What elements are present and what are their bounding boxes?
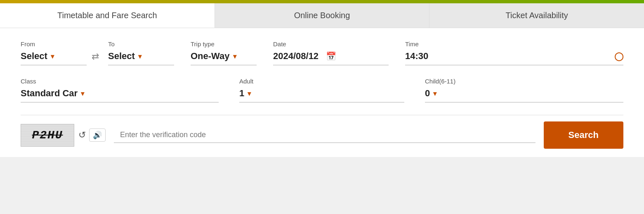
tab-availability[interactable]: Ticket Availability bbox=[429, 3, 644, 28]
search-button[interactable]: Search bbox=[544, 121, 623, 149]
time-label: Time bbox=[405, 40, 623, 48]
class-value: Standard Car bbox=[21, 88, 78, 99]
time-value: 14:30 bbox=[405, 51, 428, 62]
trip-value: One-Way bbox=[191, 51, 230, 62]
date-label: Date bbox=[273, 40, 389, 48]
child-label: Child(6-11) bbox=[425, 78, 623, 85]
calendar-icon[interactable]: 📅 bbox=[326, 51, 336, 61]
from-field: From Select ▾ bbox=[21, 40, 87, 65]
date-input[interactable]: 2024/08/12 📅 bbox=[273, 51, 389, 65]
to-value: Select bbox=[108, 51, 135, 62]
from-dropdown[interactable]: Select ▾ bbox=[21, 51, 87, 65]
time-field: Time 14:30 ◯ bbox=[405, 40, 623, 65]
trip-chevron-icon[interactable]: ▾ bbox=[233, 52, 236, 60]
search-form: From Select ▾ ⇄ To Select ▾ Trip type On… bbox=[0, 28, 644, 157]
date-value: 2024/08/12 bbox=[273, 51, 318, 62]
captcha-refresh-icon[interactable]: ↺ bbox=[78, 130, 86, 140]
child-chevron-icon[interactable]: ▾ bbox=[433, 90, 436, 97]
class-field: Class Standard Car ▾ bbox=[21, 78, 219, 102]
adult-label: Adult bbox=[239, 78, 404, 85]
class-dropdown[interactable]: Standard Car ▾ bbox=[21, 88, 219, 102]
trip-label: Trip type bbox=[191, 40, 257, 48]
tab-bar: Timetable and Fare Search Online Booking… bbox=[0, 3, 644, 28]
to-chevron-icon[interactable]: ▾ bbox=[138, 52, 142, 60]
to-dropdown[interactable]: Select ▾ bbox=[108, 51, 174, 65]
adult-chevron-icon[interactable]: ▾ bbox=[248, 90, 251, 97]
date-field: Date 2024/08/12 📅 bbox=[273, 40, 389, 65]
captcha-image: P2HU bbox=[21, 124, 74, 147]
from-chevron-icon[interactable]: ▾ bbox=[51, 52, 54, 60]
time-input[interactable]: 14:30 ◯ bbox=[405, 51, 623, 65]
from-value: Select bbox=[21, 51, 47, 62]
row-class-passengers: Class Standard Car ▾ Adult 1 ▾ Child(6-1… bbox=[21, 78, 623, 102]
top-bar bbox=[0, 0, 644, 3]
adult-value: 1 bbox=[239, 88, 244, 99]
swap-icon[interactable]: ⇄ bbox=[92, 51, 99, 65]
from-label: From bbox=[21, 40, 87, 48]
verification-input[interactable] bbox=[114, 127, 535, 143]
row-captcha: P2HU ↺ 🔊 Search bbox=[21, 115, 623, 149]
child-dropdown[interactable]: 0 ▾ bbox=[425, 88, 623, 102]
adult-dropdown[interactable]: 1 ▾ bbox=[239, 88, 404, 102]
child-value: 0 bbox=[425, 88, 430, 99]
child-field: Child(6-11) 0 ▾ bbox=[425, 78, 623, 102]
tab-timetable[interactable]: Timetable and Fare Search bbox=[0, 3, 215, 28]
captcha-sound-icon[interactable]: 🔊 bbox=[89, 128, 106, 142]
tab-booking[interactable]: Online Booking bbox=[215, 3, 430, 28]
row-trip-details: From Select ▾ ⇄ To Select ▾ Trip type On… bbox=[21, 40, 623, 65]
trip-type-field: Trip type One-Way ▾ bbox=[191, 40, 257, 65]
adult-field: Adult 1 ▾ bbox=[239, 78, 404, 102]
class-chevron-icon[interactable]: ▾ bbox=[81, 90, 84, 97]
clock-icon[interactable]: ◯ bbox=[614, 51, 623, 61]
trip-dropdown[interactable]: One-Way ▾ bbox=[191, 51, 257, 65]
class-label: Class bbox=[21, 78, 219, 85]
to-field: To Select ▾ bbox=[108, 40, 174, 65]
to-label: To bbox=[108, 40, 174, 48]
